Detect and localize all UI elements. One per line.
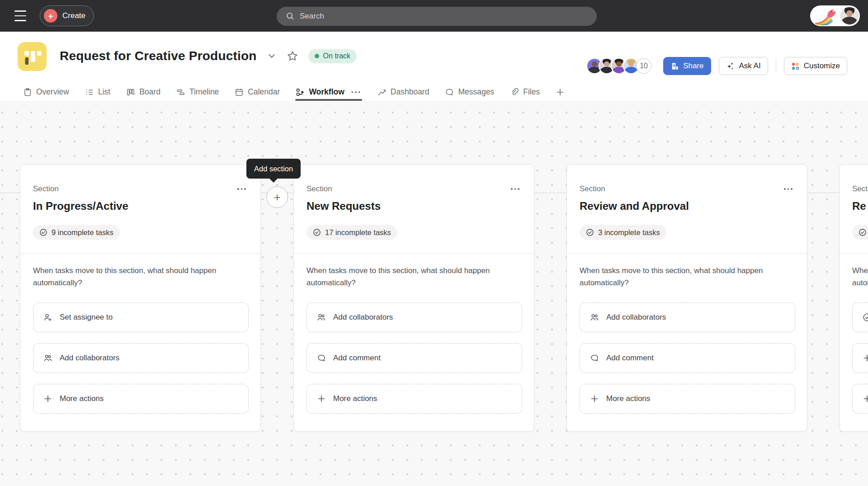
plus-circle-icon: +: [44, 9, 57, 23]
tab-files[interactable]: Files: [509, 83, 540, 101]
plus-icon: [863, 354, 868, 363]
card-divider: [20, 253, 260, 254]
tab-workflow[interactable]: Workflow ···: [295, 83, 362, 101]
add-comment-button[interactable]: Add comment: [580, 343, 795, 373]
project-title[interactable]: Request for Creative Production: [60, 49, 257, 63]
add-tab-button[interactable]: [555, 83, 565, 101]
complete-task-button[interactable]: [852, 302, 868, 332]
section-title[interactable]: New Requests: [307, 200, 521, 212]
automation-prompt: When tasks move to this section, what sh…: [307, 264, 492, 289]
tab-dashboard[interactable]: Dashboard: [377, 83, 430, 101]
create-button-label: Create: [62, 11, 85, 20]
customize-button[interactable]: Customize: [784, 57, 847, 75]
share-button[interactable]: Share: [663, 57, 711, 75]
section-menu-icon[interactable]: [236, 186, 248, 192]
section-card: Section In Progress/Active 9 incomplete …: [20, 164, 261, 432]
automation-prompt: When tasks move to this section, what sh…: [33, 264, 218, 289]
set-assignee-button[interactable]: Set assignee to: [33, 302, 249, 332]
tab-overview[interactable]: Overview: [23, 83, 70, 101]
plus-icon: [43, 394, 52, 403]
add-section-button[interactable]: +: [266, 186, 288, 208]
tab-board[interactable]: Board: [126, 83, 161, 101]
automation-prompt: When tasks move to this section, what sh…: [852, 264, 868, 289]
section-card: Section Re When tasks move to this secti…: [839, 164, 868, 432]
board-icon: [126, 88, 135, 97]
member-count-badge[interactable]: 10: [636, 58, 651, 74]
section-label: Section: [580, 184, 605, 193]
section-label: Section: [307, 184, 332, 193]
dashboard-chart-icon: [377, 88, 387, 97]
plus-icon: [317, 394, 326, 403]
project-menu-chevron[interactable]: [267, 51, 277, 61]
project-tabs: Overview List Board Timeline Calendar Wo…: [0, 83, 868, 101]
search-icon: [286, 12, 295, 21]
card-divider: [567, 253, 807, 254]
automation-prompt: When tasks move to this section, what sh…: [580, 264, 765, 289]
people-icon: [43, 354, 52, 363]
section-menu-icon[interactable]: [782, 186, 794, 192]
plus-icon: [590, 394, 599, 403]
topbar: + Create: [0, 0, 868, 32]
section-title[interactable]: In Progress/Active: [33, 200, 248, 212]
add-comment-button[interactable]: Add comment: [307, 343, 522, 373]
tab-timeline[interactable]: Timeline: [176, 83, 219, 101]
more-actions-button[interactable]: More actions: [33, 384, 249, 414]
more-actions-button[interactable]: [852, 384, 868, 414]
section-menu-icon[interactable]: [509, 186, 521, 192]
hamburger-icon: [14, 10, 26, 12]
add-collaborators-button[interactable]: Add collaborators: [580, 302, 795, 332]
search-input[interactable]: [300, 12, 571, 21]
plus-icon: [556, 88, 565, 97]
tab-messages[interactable]: Messages: [444, 83, 495, 101]
clipboard-icon: [23, 88, 32, 97]
section-title[interactable]: Re: [852, 200, 868, 212]
card-divider: [840, 253, 868, 254]
project-icon[interactable]: [18, 42, 47, 71]
more-actions-button[interactable]: More actions: [307, 384, 522, 414]
favorite-star-button[interactable]: [287, 50, 298, 62]
incomplete-tasks-badge: [852, 225, 868, 240]
chevron-down-icon: [267, 51, 277, 61]
check-circle-icon: [586, 228, 594, 236]
member-avatars[interactable]: 10: [586, 58, 651, 74]
people-icon: [590, 313, 599, 322]
incomplete-tasks-badge: 9 incomplete tasks: [33, 225, 120, 240]
more-actions-button[interactable]: [852, 343, 868, 373]
board-glyph-icon: [18, 42, 47, 71]
add-collaborators-button[interactable]: Add collaborators: [307, 302, 522, 332]
tab-calendar[interactable]: Calendar: [234, 83, 280, 101]
phoenix-illustration-icon: [814, 7, 839, 25]
section-label: Section: [852, 184, 868, 193]
status-dot-icon: [315, 54, 319, 58]
incomplete-tasks-badge: 3 incomplete tasks: [580, 225, 666, 240]
plus-icon: [863, 394, 868, 403]
profile-pill[interactable]: [810, 5, 860, 26]
timeline-icon: [176, 88, 185, 97]
tab-list[interactable]: List: [85, 83, 111, 101]
paperclip-icon: [510, 88, 519, 97]
more-actions-button[interactable]: More actions: [580, 384, 795, 414]
check-circle-icon: [859, 228, 867, 236]
search-bar[interactable]: [277, 7, 597, 26]
check-circle-icon: [39, 228, 47, 236]
sparkles-icon: [726, 61, 735, 71]
section-card: Section Review and Approval 3 incomplete…: [566, 164, 807, 432]
check-circle-icon: [313, 228, 321, 236]
card-divider: [294, 253, 534, 254]
status-badge[interactable]: On track: [308, 49, 357, 63]
workflow-icon: [296, 88, 305, 97]
tab-overflow-icon[interactable]: ···: [351, 88, 362, 97]
people-icon: [317, 313, 326, 322]
sidebar-toggle-button[interactable]: [14, 9, 28, 22]
person-add-icon: [43, 313, 52, 322]
asana-app: + Create: [0, 0, 868, 486]
check-circle-icon: [863, 313, 868, 322]
user-avatar[interactable]: [840, 7, 859, 25]
comment-icon: [317, 354, 326, 363]
add-collaborators-button[interactable]: Add collaborators: [33, 343, 249, 373]
section-title[interactable]: Review and Approval: [580, 200, 794, 212]
ask-ai-button[interactable]: Ask AI: [719, 57, 768, 75]
workflow-board: Add section + Section In Progress/Active…: [0, 101, 868, 486]
incomplete-tasks-badge: 17 incomplete tasks: [307, 225, 397, 240]
create-button[interactable]: + Create: [40, 5, 94, 26]
